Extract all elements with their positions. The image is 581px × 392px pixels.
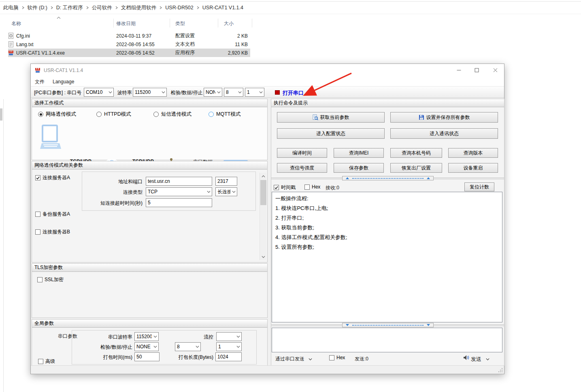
breadcrumb-item[interactable]: 文档组使用软件 [121,4,157,11]
server-address-input[interactable]: test.usr.cn [146,177,212,186]
resize-grip-icon[interactable] [498,368,503,373]
checkbox-advanced[interactable]: 高级 [38,358,55,365]
pc-laptop-icon [40,125,61,151]
open-port-button[interactable]: 打开串口 [283,89,304,97]
maximize-button[interactable] [470,64,483,76]
chevron-down-icon[interactable] [486,358,489,360]
radio-mqtt[interactable]: MQTT模式 [209,111,240,118]
scroll-up-icon[interactable] [260,173,267,180]
breadcrumb-item[interactable]: USR-CAT1 V1.1.4 [202,5,243,11]
chevron-down-icon[interactable] [309,358,312,360]
factory-reset-button[interactable]: 恢复出厂设置 [390,163,442,173]
send-input[interactable] [272,328,502,352]
column-divider[interactable] [218,19,218,28]
checkbox-timestamp[interactable]: 时间戳 [274,184,296,191]
databits-select[interactable]: 8 [224,88,243,97]
global-parity-label: 检验/数据/停止 [92,344,132,351]
get-params-button[interactable]: 获取当前参数 [277,112,385,123]
chevron-down-icon [235,343,241,351]
enter-config-button[interactable]: 进入配置状态 [277,128,385,139]
global-stopbits-select[interactable]: 1 [216,342,242,351]
stopbits-select[interactable]: 1 [245,88,264,97]
column-divider[interactable] [252,19,252,28]
column-header-date[interactable]: 修改日期 [116,20,136,27]
query-imei-button[interactable]: 查询IMEI [334,148,384,158]
send-button[interactable]: 发送 [471,356,481,363]
menu-file[interactable]: 文件 [31,77,49,86]
baud-select[interactable]: 115200 [133,88,167,97]
column-divider[interactable] [170,19,170,28]
doc-search-icon [313,114,318,121]
log-line: 5. 设置所有参数; [275,242,499,252]
breadcrumb-item[interactable]: USR-DR502 [165,5,193,11]
query-number-button[interactable]: 查询本机号码 [390,148,442,158]
column-header-size[interactable]: 大小 [224,20,234,27]
checkbox-recv-hex[interactable]: Hex [304,184,320,190]
timeout-input[interactable]: 5 [146,198,212,207]
checkbox-icon [38,359,43,364]
breadcrumb-item[interactable]: D: 工作程序 [56,4,83,11]
restart-button[interactable]: 设备重启 [448,163,498,173]
collapse-down-handle[interactable] [342,323,434,327]
pack-len-input[interactable]: 1024 [215,352,242,361]
file-row-selected[interactable]: USR-CAT1 V1.1.4.exe 2022-08-05 14:52 应用程… [8,49,250,57]
column-divider[interactable] [113,19,114,28]
collapse-up-handle[interactable] [342,176,434,180]
log-line: 一般操作流程: [275,194,499,203]
checkbox-server-a[interactable]: 连接服务器A [35,174,70,181]
global-databits-select[interactable]: 8 [175,342,201,351]
compile-time-button[interactable]: 编译时间 [277,148,327,158]
enter-comm-button[interactable]: 进入通讯状态 [390,128,498,139]
conn-type-select[interactable]: TCP [146,187,212,196]
query-signal-button[interactable]: 查信号强度 [277,163,327,173]
chevron-right-icon [115,6,118,9]
pack-time-input[interactable]: 50 [134,352,160,361]
text-file-icon [8,41,14,47]
save-params-button[interactable]: 保存参数 [334,163,384,173]
keepalive-select[interactable]: 长连接 [215,187,237,196]
file-row[interactable]: Lang.txt 2022-08-05 14:55 文本文档 11 KB [8,40,250,49]
ini-file-icon [8,33,14,39]
file-name: Cfg.ini [16,33,30,39]
radio-httpd[interactable]: HTTPD模式 [96,111,131,118]
background-scrollbar-thumb[interactable] [0,108,2,121]
checkbox-ssl[interactable]: SSL加密 [37,276,64,283]
scroll-down-icon[interactable] [260,253,267,260]
net-params-scrollbar[interactable] [260,173,266,260]
scrollbar-thumb[interactable] [260,180,266,205]
breadcrumb-item[interactable]: 公司软件 [92,4,112,11]
radio-sms-transparent[interactable]: 短信透传模式 [153,111,192,118]
column-header-name[interactable]: 名称 [11,20,21,27]
file-row[interactable]: Cfg.ini 2024-03-11 9:37 配置设置 2 KB [8,32,250,40]
radio-net-transparent[interactable]: 网络透传模式 [38,111,76,118]
send-via-dropdown[interactable]: 通过串口发送 [275,356,304,362]
global-parity-select[interactable]: NONE [134,342,159,351]
log-splitter-top[interactable] [271,176,504,180]
minimize-button[interactable] [452,64,466,76]
column-header-type[interactable]: 类型 [175,20,185,27]
reset-count-button[interactable]: 复位计数 [464,182,494,191]
title-bar[interactable]: USR-CAT1 V1.1.4 [31,64,504,77]
file-name: USR-CAT1 V1.1.4.exe [16,50,65,56]
breadcrumb-item[interactable]: 此电脑 [3,4,19,11]
baud-label: 波特率 [117,89,132,96]
server-port-input[interactable]: 2317 [215,177,237,186]
close-button[interactable] [488,64,502,76]
checkbox-server-b[interactable]: 连接服务器B [35,229,70,235]
log-splitter-bottom[interactable] [271,323,504,327]
log-output[interactable]: 一般操作流程: 1. 模块连PC串口,上电; 2. 打开串口; 3. 获取当前参… [272,192,502,322]
query-version-button[interactable]: 查询版本 [448,148,498,158]
flow-select[interactable] [216,332,242,341]
send-count: 发送:0 [355,356,368,362]
breadcrumb-item[interactable]: 软件 (D:) [28,4,47,11]
set-save-params-button[interactable]: 设置并保存所有参数 [390,112,498,123]
checkbox-backup-a[interactable]: 备份服务器A [35,211,70,218]
checkbox-send-hex[interactable]: Hex [329,355,345,360]
log-line: 1. 模块连PC串口,上电; [275,203,499,213]
log-line: 2. 打开串口; [275,213,499,223]
com-port-select[interactable]: COM10 [84,88,114,97]
global-baud-select[interactable]: 115200 [134,332,159,341]
menu-language[interactable]: Language [49,77,78,86]
parity-select[interactable]: NONE [204,88,222,97]
sort-ascending-icon [57,17,61,19]
